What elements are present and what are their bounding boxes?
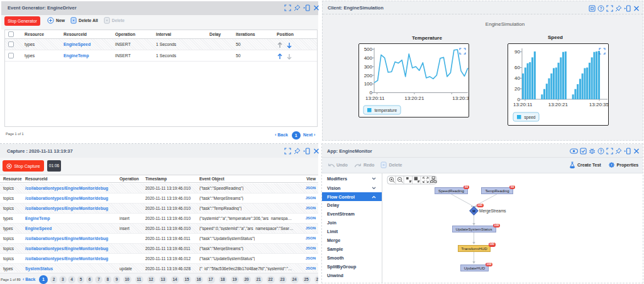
svg-text:MergeStreams: MergeStreams	[479, 209, 506, 214]
svg-text:13:20:21: 13:20:21	[404, 96, 425, 101]
svg-text:20: 20	[514, 86, 520, 92]
svg-text:100: 100	[364, 81, 373, 87]
svg-text:13:20:21: 13:20:21	[548, 102, 569, 107]
svg-text:90: 90	[514, 49, 520, 55]
svg-text:speed: speed	[525, 115, 536, 120]
svg-text:13:20:3: 13:20:3	[452, 96, 469, 101]
svg-text:?: ?	[600, 6, 602, 11]
svg-text:13:20:35: 13:20:35	[589, 102, 609, 107]
svg-text:300: 300	[364, 64, 373, 70]
svg-text:M: M	[472, 209, 475, 213]
svg-text:?: ?	[600, 149, 602, 153]
svg-text:40: 40	[514, 75, 520, 81]
svg-text:13:20:11: 13:20:11	[513, 102, 533, 107]
svg-text:60: 60	[514, 65, 520, 70]
svg-text:400: 400	[364, 55, 373, 61]
svg-text:temperature: temperature	[375, 108, 397, 113]
svg-text:500: 500	[364, 46, 373, 52]
svg-text:13:20:11: 13:20:11	[365, 96, 385, 101]
svg-text:200: 200	[364, 73, 373, 79]
